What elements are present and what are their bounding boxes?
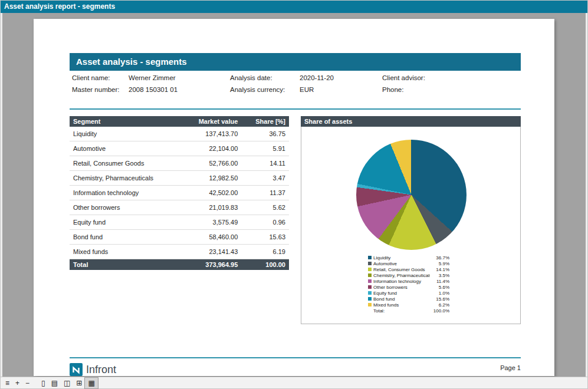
col-segment: Segment — [70, 116, 182, 127]
two-page-view-button[interactable]: ◫ — [61, 378, 73, 388]
legend-swatch — [368, 285, 372, 289]
cell-share: 36.75 — [241, 127, 289, 141]
legend-value: 36.7% — [432, 255, 449, 261]
client-name-value: Werner Zimmer — [129, 74, 230, 81]
legend-item: Chemistry, Pharmaceuticals3.5% — [368, 272, 449, 278]
chart-panel-title: Share of assets — [301, 116, 521, 127]
footer-divider — [70, 357, 521, 358]
analysis-currency-label: Analysis currency: — [230, 86, 300, 93]
total-label: Total — [70, 259, 182, 271]
legend-item: Other borrowers5.6% — [368, 284, 449, 290]
cell-share: 0.96 — [241, 215, 289, 230]
legend-swatch-empty — [368, 309, 372, 312]
infront-logo: Infront — [70, 363, 116, 376]
single-page-view-button[interactable]: ▯ — [38, 378, 48, 388]
legend-swatch — [368, 256, 372, 259]
table-row: Other borrowers 21,019.83 5.62 — [70, 200, 289, 215]
legend-value: 15.6% — [432, 296, 449, 302]
table-row: Liquidity 137,413.70 36.75 — [70, 127, 289, 141]
cell-segment: Retail, Consumer Goods — [70, 156, 182, 171]
cell-share: 5.62 — [241, 200, 289, 215]
chart-panel-body: Liquidity36.7%Automotive5.9%Retail, Cons… — [301, 127, 521, 324]
cell-share: 3.47 — [241, 171, 289, 186]
cell-segment: Equity fund — [70, 215, 182, 230]
legend-label: Mixed funds — [373, 302, 430, 308]
legend-label: Total: — [373, 308, 430, 314]
segments-table: Segment Market value Share [%] Liquidity… — [70, 116, 289, 270]
window-title: Asset analysis report - segments — [4, 2, 115, 11]
header-divider — [70, 108, 521, 110]
legend-label: Chemistry, Pharmaceuticals — [373, 273, 430, 278]
legend-item: Retail, Consumer Goods14.1% — [368, 266, 449, 272]
report-title-bar: Asset analysis - segments — [70, 53, 521, 71]
legend-value: 6.2% — [432, 302, 449, 308]
thumbnail-view-button[interactable]: ▦ — [85, 378, 97, 388]
table-row: Information technology 42,502.00 11.37 — [70, 186, 289, 200]
zoom-in-button[interactable]: + — [12, 378, 22, 388]
cell-share: 6.19 — [241, 245, 289, 259]
legend-swatch — [368, 291, 372, 295]
continuous-view-button[interactable]: ▤ — [48, 378, 61, 388]
zoom-out-button[interactable]: − — [22, 378, 32, 388]
cell-segment: Automotive — [70, 141, 182, 156]
grid-view-button[interactable]: ⊞ — [73, 378, 85, 388]
total-share: 100.00 — [241, 259, 289, 271]
legend-label: Other borrowers — [373, 285, 430, 290]
menu-button[interactable]: ≡ — [2, 378, 12, 388]
legend-item: Bond fund15.6% — [368, 296, 449, 302]
legend-item: Information technology11.4% — [368, 278, 449, 284]
table-row: Mixed funds 23,141.43 6.19 — [70, 245, 289, 259]
total-market-value: 373,964.95 — [182, 259, 241, 271]
legend-swatch — [368, 268, 372, 271]
legend-label: Retail, Consumer Goods — [373, 267, 430, 272]
legend-item: Liquidity36.7% — [368, 255, 449, 261]
legend-item: Equity fund1.0% — [368, 290, 449, 296]
cell-market-value: 137,413.70 — [182, 127, 241, 141]
master-number-label: Master number: — [72, 86, 129, 93]
table-header-row: Segment Market value Share [%] — [70, 116, 289, 127]
cell-share: 15.63 — [241, 230, 289, 245]
cell-segment: Bond fund — [70, 230, 182, 245]
legend-swatch — [368, 279, 372, 283]
analysis-date-value: 2020-11-20 — [300, 74, 382, 81]
window-titlebar: Asset analysis report - segments — [1, 1, 587, 13]
cell-market-value: 22,104.00 — [182, 141, 241, 156]
legend-label: Bond fund — [373, 296, 430, 302]
report-title: Asset analysis - segments — [76, 57, 187, 67]
cell-market-value: 42,502.00 — [182, 186, 241, 200]
cell-market-value: 58,460.00 — [182, 230, 241, 245]
legend-swatch — [368, 262, 372, 265]
col-market-value: Market value — [182, 116, 241, 127]
infront-logo-icon — [70, 363, 83, 376]
col-share: Share [%] — [241, 116, 289, 127]
client-advisor-label: Client advisor: — [382, 74, 471, 81]
page-number: Page 1 — [500, 364, 521, 371]
table-row: Equity fund 3,575.49 0.96 — [70, 215, 289, 230]
cell-share: 5.91 — [241, 141, 289, 156]
legend-label: Liquidity — [373, 255, 430, 261]
cell-segment: Other borrowers — [70, 200, 182, 215]
legend-label: Information technology — [373, 279, 430, 284]
cell-segment: Liquidity — [70, 127, 182, 141]
cell-market-value: 12,982.50 — [182, 171, 241, 186]
chart-legend: Liquidity36.7%Automotive5.9%Retail, Cons… — [368, 255, 449, 314]
report-footer: Infront Page 1 — [70, 362, 521, 377]
legend-total: Total:100.0% — [368, 308, 449, 314]
preview-workspace: Asset analysis - segments Client name: W… — [1, 13, 587, 377]
phone-label: Phone: — [382, 86, 471, 93]
legend-item: Automotive5.9% — [368, 261, 449, 266]
report-page: Asset analysis - segments Client name: W… — [34, 19, 554, 376]
chart-panel: Share of assets Liquidity36.7%Automotive… — [301, 116, 521, 324]
legend-label: Automotive — [373, 261, 430, 266]
report-viewer-window: Asset analysis report - segments Asset a… — [0, 0, 588, 389]
table-total-row: Total 373,964.95 100.00 — [70, 259, 289, 271]
analysis-date-label: Analysis date: — [230, 74, 300, 81]
cell-segment: Information technology — [70, 186, 182, 200]
legend-value: 5.9% — [432, 261, 449, 266]
infront-logo-text: Infront — [86, 364, 116, 376]
client-info: Client name: Werner Zimmer Analysis date… — [72, 72, 521, 95]
client-name-label: Client name: — [72, 74, 129, 81]
table-row: Bond fund 58,460.00 15.63 — [70, 230, 289, 245]
legend-value: 100.0% — [432, 308, 449, 314]
legend-swatch — [368, 273, 372, 277]
